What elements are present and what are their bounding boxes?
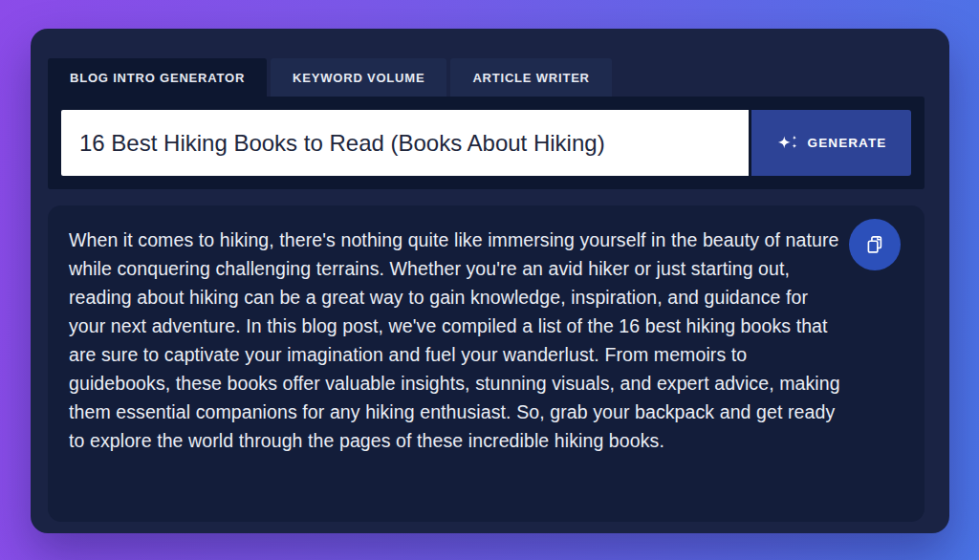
tab-blog-intro-generator[interactable]: BLOG INTRO GENERATOR: [48, 58, 267, 97]
tab-bar: BLOG INTRO GENERATOR KEYWORD VOLUME ARTI…: [48, 58, 925, 97]
sparkles-icon: [776, 134, 799, 153]
generate-button[interactable]: GENERATE: [751, 110, 911, 176]
tab-article-writer[interactable]: ARTICLE WRITER: [450, 58, 611, 97]
generator-card: BLOG INTRO GENERATOR KEYWORD VOLUME ARTI…: [31, 29, 949, 533]
generated-intro-text: When it comes to hiking, there's nothing…: [69, 226, 845, 455]
generator-form: GENERATE: [48, 97, 925, 189]
tab-keyword-volume[interactable]: KEYWORD VOLUME: [271, 58, 446, 97]
copy-icon: [864, 234, 885, 255]
copy-button[interactable]: [849, 219, 901, 270]
topic-input[interactable]: [61, 110, 749, 176]
result-panel: When it comes to hiking, there's nothing…: [48, 205, 925, 522]
generate-button-label: GENERATE: [808, 136, 887, 150]
page-background: BLOG INTRO GENERATOR KEYWORD VOLUME ARTI…: [0, 0, 979, 560]
